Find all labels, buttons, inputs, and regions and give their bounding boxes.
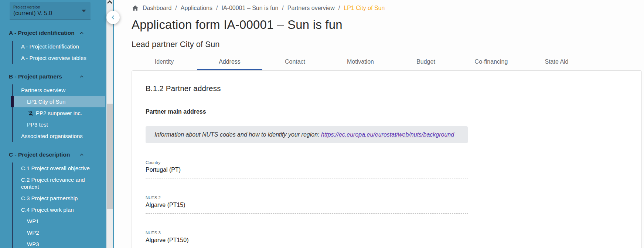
tab-budget[interactable]: Budget [393,54,459,70]
nuts2-field: NUTS 2 Algarve (PT15) [146,195,468,214]
breadcrumb-current-page: LP1 City of Sun [344,5,385,11]
item-label: WP1 [27,218,39,224]
field-label: NUTS 2 [146,195,468,200]
sidebar-item-wp2[interactable]: WP2 [13,227,105,238]
sidebar-item-associated-organisations[interactable]: Associated organisations [13,130,105,142]
sidebar-section-c-header[interactable]: C - Project description [0,151,105,158]
project-version-select[interactable]: Project version (current) V. 5.0 [10,2,91,20]
field-value: Portugal (PT) [146,166,468,174]
country-field: Country Portugal (PT) [146,160,468,178]
breadcrumb-partners-overview[interactable]: Partners overview [287,5,335,11]
tab-label: State Aid [545,58,568,65]
section-title: B.1.2 Partner address [146,84,627,93]
nuts-info-box: Information about NUTS codes and how to … [146,126,468,143]
item-label: C.2 Project relevance and context [21,177,85,190]
sidebar-item-c2-relevance-context[interactable]: C.2 Project relevance and context [13,174,105,192]
breadcrumb-application[interactable]: IA-00001 – Sun is fun [221,5,278,11]
tab-identity[interactable]: Identity [132,54,197,70]
application-window: Project version (current) V. 5.0 A - Pro… [0,0,644,248]
collapse-sidebar-button[interactable] [106,11,120,24]
sidebar-item-pp3-test[interactable]: PP3 test [13,119,105,130]
project-version-label: Project version [13,5,87,9]
item-label: PP3 test [27,121,48,128]
item-label: PP2 sunpower inc. [36,110,82,117]
breadcrumb-separator: / [338,5,340,11]
sidebar-section-a-header[interactable]: A - Project identification [0,30,105,36]
caret-down-icon [82,10,86,12]
section-label: A - Project identification [9,30,75,36]
tab-motivation[interactable]: Motivation [328,54,393,70]
field-value: Algarve (PT15) [146,201,468,209]
chevron-left-icon [109,13,117,21]
breadcrumb: Dashboard / Applications / IA-00001 – Su… [132,4,642,13]
sidebar-item-project-identification[interactable]: A - Project identification [13,41,105,52]
tab-bar: Identity Address Contact Motivation Budg… [132,54,642,70]
field-label: NUTS 3 [146,231,468,235]
sidebar: Project version (current) V. 5.0 A - Pro… [0,0,114,248]
breadcrumb-separator: / [282,5,283,11]
scroll-up-arrow-icon[interactable] [108,0,111,4]
item-label: A - Project overview tables [21,55,86,61]
sidebar-item-c4-work-plan[interactable]: C.4 Project work plan [13,204,105,215]
item-label: LP1 City of Sun [27,98,65,105]
item-label: C.1 Project overall objective [21,165,90,171]
sidebar-section-b: B - Project partners Partners overview L… [0,73,105,142]
tab-co-financing[interactable]: Co-financing [459,54,524,70]
item-label: C.4 Project work plan [21,207,74,213]
info-note-text: Information about NUTS codes and how to … [154,131,321,138]
breadcrumb-applications[interactable]: Applications [181,5,212,11]
item-label: WP3 [27,241,39,247]
sidebar-item-wp1[interactable]: WP1 [13,215,105,227]
tab-label: Motivation [347,58,374,65]
sidebar-item-c3-partnership[interactable]: C.3 Project partnership [13,192,105,204]
sidebar-section-c: C - Project description C.1 Project over… [0,151,105,248]
tab-address[interactable]: Address [197,54,262,70]
home-icon[interactable] [132,4,139,12]
sidebar-item-pp2-sunpower[interactable]: PP2 sunpower inc. [13,107,105,119]
sidebar-section-a: A - Project identification A - Project i… [0,30,105,64]
tab-label: Address [219,58,241,65]
sidebar-scrollbar-thumb[interactable] [107,104,113,209]
person-off-icon [28,110,34,116]
tab-label: Co-financing [475,58,508,65]
item-label: A - Project identification [21,43,79,50]
item-label: WP2 [27,229,39,236]
sidebar-item-partners-overview[interactable]: Partners overview [13,84,105,96]
field-label: Country [146,160,468,165]
tab-label: Contact [285,58,305,65]
project-version-value: (current) V. 5.0 [13,10,87,17]
sidebar-item-lp1-city-of-sun[interactable]: LP1 City of Sun [11,96,105,107]
tab-label: Identity [155,58,174,65]
field-value: Algarve (PT150) [146,236,468,244]
sidebar-item-wp3[interactable]: WP3 [13,238,105,248]
item-label: Partners overview [21,87,65,93]
section-label: B - Project partners [9,73,62,80]
chevron-up-icon [78,30,85,36]
sidebar-item-c1-overall-objective[interactable]: C.1 Project overall objective [13,162,105,174]
sidebar-scrollbar[interactable] [106,0,113,248]
main-content: Dashboard / Applications / IA-00001 – Su… [114,0,644,248]
nuts-background-link[interactable]: https://ec.europa.eu/eurostat/web/nuts/b… [321,131,454,138]
subsection-title: Partner main address [146,108,627,115]
section-label: C - Project description [9,151,70,158]
item-label: C.3 Project partnership [21,195,78,201]
breadcrumb-separator: / [175,5,177,11]
item-label: Associated organisations [21,133,83,139]
page-subtitle: Lead partner City of Sun [132,40,642,49]
breadcrumb-dashboard[interactable]: Dashboard [143,5,171,11]
tab-contact[interactable]: Contact [262,54,328,70]
chevron-up-icon [78,151,85,158]
chevron-up-icon [78,73,85,80]
breadcrumb-separator: / [216,5,218,11]
page-title: Application form IA-00001 – Sun is fun [132,18,642,32]
sidebar-section-b-header[interactable]: B - Project partners [0,73,105,80]
nuts3-field: NUTS 3 Algarve (PT150) [146,231,468,248]
sidebar-item-project-overview-tables[interactable]: A - Project overview tables [13,52,105,64]
partner-address-card: B.1.2 Partner address Partner main addre… [132,70,642,248]
tab-state-aid[interactable]: State Aid [524,54,589,70]
tab-label: Budget [416,58,435,65]
